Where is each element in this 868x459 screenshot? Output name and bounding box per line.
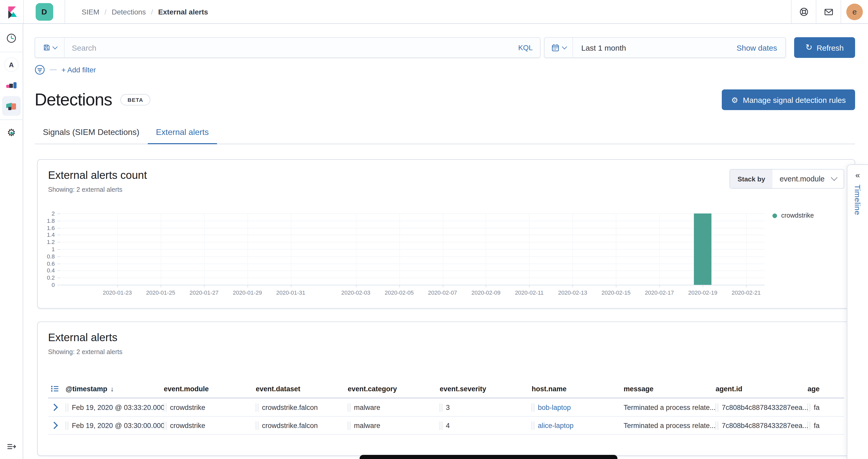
- filter-icon[interactable]: [35, 65, 45, 75]
- legend-label: crowdstrike: [781, 212, 814, 219]
- sidebar-item-siem[interactable]: [2, 96, 21, 116]
- filter-bar: + Add filter: [35, 65, 855, 75]
- column-header-host-name[interactable]: host.name: [532, 385, 624, 393]
- expand-row-icon[interactable]: [51, 422, 58, 429]
- stack-by-control: Stack by event.module: [730, 169, 844, 189]
- column-header-agent-id[interactable]: agent.id: [716, 385, 808, 393]
- user-menu[interactable]: e: [841, 0, 868, 23]
- drag-handle[interactable]: [256, 422, 258, 429]
- sidebar-collapse-button[interactable]: [7, 442, 16, 453]
- drag-handle[interactable]: [66, 422, 68, 429]
- sidebar-item-analytics[interactable]: [2, 75, 21, 95]
- sidebar-item-apm[interactable]: A: [2, 55, 21, 74]
- management-gear-icon: ⚙: [7, 127, 16, 137]
- drag-handle[interactable]: [532, 422, 534, 429]
- column-header-event-module[interactable]: event.module: [164, 385, 256, 393]
- refresh-icon: ↻: [805, 43, 812, 52]
- help-button[interactable]: [792, 0, 816, 23]
- calendar-icon: [551, 43, 559, 52]
- page-header: Detections BETA ⚙ Manage signal detectio…: [35, 89, 855, 110]
- avatar[interactable]: e: [846, 3, 863, 20]
- drag-handle[interactable]: [256, 403, 258, 411]
- column-header-event-severity[interactable]: event.severity: [440, 385, 532, 393]
- date-quick-menu-button[interactable]: [545, 38, 573, 57]
- column-header-event-dataset[interactable]: event.dataset: [256, 385, 348, 393]
- drag-handle[interactable]: [440, 403, 442, 411]
- space-badge[interactable]: D: [35, 3, 53, 21]
- double-chevron-left-icon: «: [855, 171, 860, 179]
- breadcrumb-separator: /: [151, 7, 153, 16]
- clock-icon: [6, 33, 17, 43]
- drag-handle[interactable]: [164, 422, 166, 429]
- column-header-timestamp[interactable]: @timestamp ↓: [66, 385, 164, 393]
- cell-message: Terminated a process relate...: [624, 403, 716, 411]
- tab-signals[interactable]: Signals (SIEM Detections): [35, 121, 148, 144]
- detections-tabs: Signals (SIEM Detections) External alert…: [35, 121, 855, 144]
- column-header-event-category[interactable]: event.category: [348, 385, 440, 393]
- cell-agent-name: fa: [808, 422, 844, 429]
- siem-app-icon: [6, 101, 17, 111]
- bottom-overlay-bar: [360, 455, 617, 459]
- column-header-agent-name[interactable]: age: [808, 385, 844, 393]
- date-picker[interactable]: Last 1 month Show dates: [544, 37, 786, 58]
- manage-rules-label: Manage signal detection rules: [743, 95, 846, 104]
- cell-agent-id: 7c808b4c8878433287eea...: [716, 403, 808, 411]
- cell-agent-name: fa: [808, 403, 844, 411]
- drag-handle[interactable]: [716, 422, 718, 429]
- expand-row-icon[interactable]: [51, 404, 58, 411]
- host-link[interactable]: bob-laptop: [538, 403, 571, 411]
- cell-event-dataset: crowdstrike.falcon: [256, 422, 348, 429]
- drag-handle[interactable]: [808, 422, 810, 429]
- alerts-panel-subtitle: Showing: 2 external alerts: [48, 348, 844, 356]
- date-range-value[interactable]: Last 1 month: [581, 43, 737, 52]
- table-row: Feb 19, 2020 @ 03:30:00.000 crowdstrike …: [48, 417, 844, 435]
- fields-browser-button[interactable]: [48, 385, 66, 393]
- alerts-table: @timestamp ↓ event.module event.dataset …: [48, 385, 844, 435]
- cell-event-module: crowdstrike: [164, 422, 256, 429]
- timeline-label: Timeline: [853, 185, 862, 215]
- cell-event-module: crowdstrike: [164, 403, 256, 411]
- apm-app-icon: A: [4, 57, 19, 72]
- sort-desc-icon: ↓: [110, 385, 114, 393]
- page-title: Detections: [35, 90, 112, 110]
- column-header-message[interactable]: message: [624, 385, 716, 393]
- host-link[interactable]: alice-laptop: [538, 422, 574, 429]
- beta-badge: BETA: [120, 94, 150, 105]
- external-alerts-table-panel: External alerts Showing: 2 external aler…: [37, 322, 855, 456]
- external-alerts-chart: crowdstrike 00.20.40.60.811.21.41.61.822…: [48, 210, 844, 299]
- drag-handle[interactable]: [66, 403, 68, 411]
- tab-external-alerts[interactable]: External alerts: [148, 121, 217, 144]
- drag-handle[interactable]: [716, 403, 718, 411]
- add-filter-link[interactable]: + Add filter: [61, 66, 96, 74]
- drag-handle[interactable]: [348, 403, 350, 411]
- stack-by-select[interactable]: event.module: [772, 175, 844, 183]
- cell-event-dataset: crowdstrike.falcon: [256, 403, 348, 411]
- drag-handle[interactable]: [348, 422, 350, 429]
- breadcrumb-separator: /: [104, 7, 106, 16]
- breadcrumb-siem[interactable]: SIEM: [82, 7, 99, 16]
- refresh-button[interactable]: ↻ Refresh: [794, 37, 855, 58]
- save-icon: [43, 44, 50, 51]
- manage-rules-button[interactable]: ⚙ Manage signal detection rules: [722, 89, 855, 110]
- kibana-logo[interactable]: [0, 0, 23, 23]
- collapse-menu-icon: [7, 442, 16, 451]
- drag-handle[interactable]: [532, 403, 534, 411]
- sidebar-item-management[interactable]: ⚙: [2, 123, 21, 142]
- drag-handle[interactable]: [808, 403, 810, 411]
- breadcrumb-detections[interactable]: Detections: [112, 7, 146, 16]
- show-dates-link[interactable]: Show dates: [737, 43, 777, 52]
- breadcrumb: SIEM / Detections / External alerts: [82, 7, 208, 16]
- cell-event-severity: 3: [440, 403, 532, 411]
- drag-handle[interactable]: [164, 403, 166, 411]
- saved-query-menu-button[interactable]: [35, 38, 65, 57]
- search-input[interactable]: Search KQL: [35, 37, 540, 58]
- table-row: Feb 19, 2020 @ 03:33:20.000 crowdstrike …: [48, 399, 844, 417]
- sidebar: A ⚙: [0, 23, 23, 459]
- sidebar-item-recently-viewed[interactable]: [2, 28, 21, 48]
- drag-handle[interactable]: [440, 422, 442, 429]
- legend-item-crowdstrike[interactable]: crowdstrike: [772, 212, 814, 219]
- chevron-down-icon: [52, 44, 57, 49]
- kql-toggle[interactable]: KQL: [518, 43, 533, 52]
- newsfeed-button[interactable]: [816, 0, 841, 23]
- timeline-flyout-button[interactable]: « Timeline: [847, 164, 868, 459]
